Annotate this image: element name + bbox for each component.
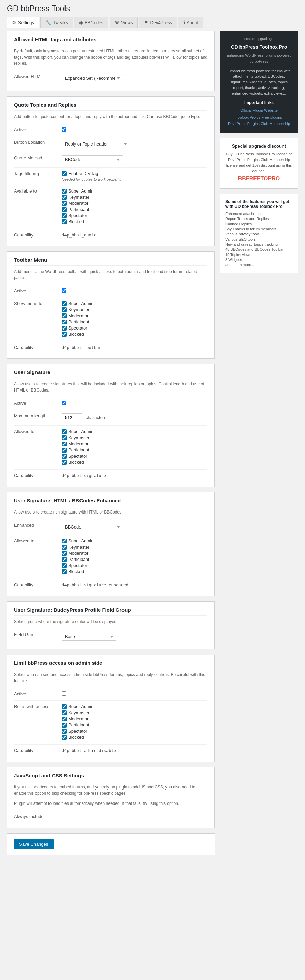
- show-menu-to-label: Show menu to: [14, 298, 62, 341]
- quote-method-select[interactable]: BBCode: [62, 155, 123, 164]
- upgrade-title: GD bbPress Toolbox Pro: [225, 43, 293, 51]
- list-item: Keymaster: [62, 435, 208, 440]
- toolbar-active-checkbox[interactable]: [62, 288, 66, 293]
- table-row: Allowed HTML Expanded Set (Recommen: [14, 70, 208, 86]
- role-spectator-checkbox[interactable]: [62, 563, 67, 568]
- role-keymaster-checkbox[interactable]: [62, 545, 67, 550]
- js-css-desc1: If you use shortcodes to embed forums, a…: [14, 784, 208, 796]
- quote-active-checkbox[interactable]: [62, 127, 66, 132]
- toolbar-menu-desc: Add menu to the WordPress toolbar with q…: [14, 269, 208, 281]
- role-super-admin-checkbox[interactable]: [62, 301, 67, 306]
- enhanced-select[interactable]: BBCode: [62, 523, 123, 531]
- role-participant-checkbox[interactable]: [62, 207, 67, 212]
- role-super-admin-checkbox[interactable]: [62, 704, 67, 709]
- roles-access-label: Roles with access: [14, 701, 62, 745]
- list-item: Spectator: [62, 453, 208, 459]
- max-length-input[interactable]: [62, 413, 82, 422]
- user-signature-bp-table: Field Group Base: [14, 629, 208, 644]
- list-item: 19 Topics views: [225, 253, 293, 256]
- club-membership-link[interactable]: Dev4Press Plugins Club Membership: [225, 121, 293, 127]
- list-item: Keymaster: [62, 307, 208, 312]
- allowed-html-title: Allowed HTML tags and attributes: [14, 37, 208, 45]
- limit-active-checkbox[interactable]: [62, 691, 66, 696]
- field-group-label: Field Group: [14, 629, 62, 644]
- list-item: Blocked: [62, 332, 208, 337]
- role-participant-checkbox[interactable]: [62, 723, 67, 727]
- role-moderator-checkbox[interactable]: [62, 717, 67, 721]
- tab-settings[interactable]: ⚙ Settings: [7, 17, 39, 28]
- list-item: Blocked: [62, 460, 208, 465]
- table-row: Maximum length characters: [14, 410, 208, 426]
- list-item: Super Admin: [62, 301, 208, 306]
- list-item: Enhanced attachments: [225, 212, 293, 216]
- save-button[interactable]: Save Changes: [14, 839, 54, 850]
- role-blocked-checkbox[interactable]: [62, 460, 67, 465]
- table-row: Active: [14, 285, 208, 298]
- list-item: Canned Replies: [225, 222, 293, 226]
- role-super-admin-checkbox[interactable]: [62, 430, 67, 434]
- list-item: Moderator: [62, 313, 208, 318]
- tab-dev4press[interactable]: ⚑ Dev4Press: [139, 17, 177, 28]
- role-super-admin-checkbox[interactable]: [62, 189, 67, 194]
- upgrade-label: consider upgrading to: [225, 36, 293, 41]
- js-css-title: JavaScript and CSS Settings: [14, 773, 208, 781]
- field-group-select[interactable]: Base: [62, 632, 117, 641]
- tab-bbcodes[interactable]: ◈ BBCodes: [74, 17, 109, 28]
- role-blocked-checkbox[interactable]: [62, 735, 67, 740]
- tab-views[interactable]: 👁 Views: [110, 17, 138, 28]
- capability-value: d4p_bbpt_quote: [62, 233, 96, 237]
- list-item: Participant: [62, 722, 208, 727]
- role-super-admin-checkbox[interactable]: [62, 539, 67, 544]
- role-spectator-checkbox[interactable]: [62, 729, 67, 733]
- sig-active-checkbox[interactable]: [62, 401, 66, 405]
- sig-allowed-to-label: Allowed to: [14, 426, 62, 469]
- user-signature-bp-section: User Signature: BuddyPress Profile Field…: [7, 601, 215, 649]
- sidebar-upgrade-box: consider upgrading to GD bbPress Toolbox…: [220, 31, 298, 133]
- page-title: GD bbPress Tools: [7, 4, 298, 13]
- role-blocked-checkbox[interactable]: [62, 332, 67, 337]
- role-keymaster-checkbox[interactable]: [62, 711, 67, 715]
- limit-access-desc: Select who can see and access admin side…: [14, 671, 208, 684]
- role-blocked-checkbox[interactable]: [62, 570, 67, 574]
- role-participant-checkbox[interactable]: [62, 320, 67, 325]
- list-item: and much more...: [225, 263, 293, 267]
- allowed-html-section: Allowed HTML tags and attributes By defa…: [7, 31, 215, 91]
- max-length-group: characters: [62, 413, 208, 422]
- role-moderator-checkbox[interactable]: [62, 442, 67, 446]
- role-moderator-checkbox[interactable]: [62, 201, 67, 206]
- allowed-html-select[interactable]: Expanded Set (Recommen: [62, 74, 123, 83]
- role-spectator-checkbox[interactable]: [62, 213, 67, 218]
- role-moderator-checkbox[interactable]: [62, 313, 67, 318]
- table-row: Capability d4p_bbpt_toolbar: [14, 341, 208, 354]
- allowed-html-label: Allowed HTML: [14, 70, 62, 86]
- user-signature-desc: Allow users to create signatures that wi…: [14, 381, 208, 393]
- tab-tweaks[interactable]: 🔧 Tweaks: [40, 17, 73, 28]
- always-include-checkbox[interactable]: [62, 814, 66, 818]
- tags-filtering-checkbox[interactable]: [62, 172, 67, 176]
- capability-label: Capability: [14, 341, 62, 354]
- toolbox-vs-free-link[interactable]: Toolbox Pro vs Free plugins: [225, 115, 293, 121]
- role-keymaster-checkbox[interactable]: [62, 195, 67, 200]
- tags-filtering-item: Enable DIV tag: [62, 171, 208, 176]
- features-list: Enhanced attachments Report Topics and R…: [225, 212, 293, 267]
- list-item: Moderator: [62, 441, 208, 446]
- role-moderator-checkbox[interactable]: [62, 551, 67, 556]
- table-row: Active: [14, 688, 208, 701]
- role-blocked-checkbox[interactable]: [62, 220, 67, 224]
- tab-about[interactable]: ℹ About: [178, 17, 203, 28]
- role-spectator-checkbox[interactable]: [62, 326, 67, 331]
- table-row: Available to Super Admin Keymaster Moder…: [14, 185, 208, 229]
- role-participant-checkbox[interactable]: [62, 557, 67, 562]
- list-item: Report Topics and Replies: [225, 217, 293, 221]
- role-spectator-checkbox[interactable]: [62, 454, 67, 459]
- role-participant-checkbox[interactable]: [62, 448, 67, 452]
- role-keymaster-checkbox[interactable]: [62, 436, 67, 440]
- role-keymaster-checkbox[interactable]: [62, 307, 67, 312]
- list-item: Keymaster: [62, 194, 208, 200]
- official-website-link[interactable]: Official Plugin Website: [225, 108, 293, 114]
- features-title: Some of the features you will get with G…: [225, 199, 293, 209]
- quote-topics-section: Quote Topics and Replies Add button to q…: [7, 96, 215, 247]
- user-signature-html-title: User Signature: HTML / BBCodes Enhanced: [14, 498, 208, 506]
- button-location-select[interactable]: Reply or Topic header: [62, 140, 130, 148]
- sidebar-discount-box: Special upgrade discount Buy GD bbPress …: [220, 138, 298, 189]
